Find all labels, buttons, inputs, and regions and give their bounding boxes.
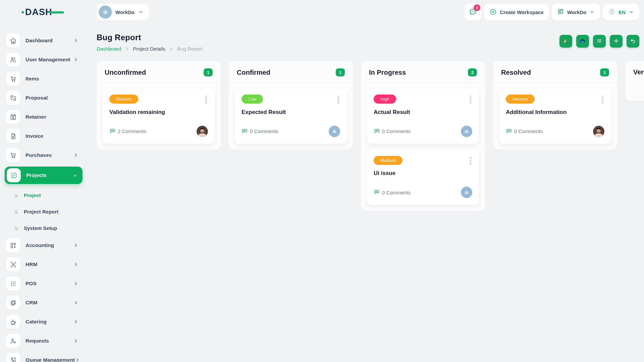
card-comments[interactable]: 0 Comments [374,189,411,196]
chevron-right-icon [75,357,80,362]
chevron-right-icon [73,319,78,324]
user-avatar[interactable] [197,126,208,137]
card-title: Actual Result [374,109,472,116]
card-footer: 0 Comments [241,126,340,137]
building-icon [99,6,112,18]
sidebar-item-hrm[interactable]: HRM [5,257,83,272]
sidebar-item-proposal[interactable]: Proposal [5,90,83,106]
chevron-down-icon [72,173,78,178]
sidebar-item-label: User Management [25,57,70,63]
task-card[interactable]: LowExpected Result0 Comments [235,88,347,144]
card-menu-button[interactable] [204,95,208,105]
card-menu-button[interactable] [601,95,605,105]
header-actions [559,35,639,48]
sidebar-item-projects[interactable]: Projects [5,167,83,184]
sidebar-item-pos[interactable]: POS [5,276,83,291]
priority-badge: High [374,95,396,104]
language-selector[interactable]: EN [603,4,639,20]
list-view-button[interactable] [593,35,606,48]
card-comments[interactable]: 0 Comments [374,128,411,135]
card-top-row: Low [241,95,340,105]
back-button[interactable] [627,35,639,48]
kanban-column-resolved: Resolved1MediumAdditional Information0 C… [493,61,617,150]
bullet-icon [15,227,18,230]
sidebar-item-dashboard[interactable]: Dashboard [5,33,83,48]
priority-badge: Medium [506,95,535,104]
create-workspace-button[interactable]: Create Workspace [484,4,549,20]
card-top-row: Medium [109,95,208,105]
card-footer: 0 Comments [506,126,604,137]
chevron-right-icon [73,153,78,158]
column-body: LowExpected Result0 Comments [229,82,353,150]
google-drive-button[interactable] [559,35,572,48]
sidebar-subitem-system-setup[interactable]: System Setup [5,221,83,235]
column-count-badge: 2 [468,68,477,76]
breadcrumb-project-details[interactable]: Project Details [133,46,165,52]
workspace-selector[interactable]: WorkDo [97,4,149,20]
column-header: In Progress2 [361,61,485,82]
user-avatar[interactable] [593,126,604,137]
sidebar-item-label: Projects [26,172,47,178]
sidebar-item-requests[interactable]: Requests [5,333,83,349]
breadcrumb-separator-icon [125,47,129,51]
card-comments[interactable]: 2 Comments [109,128,146,135]
card-menu-button[interactable] [336,95,340,105]
sidebar-item-crm[interactable]: CRM [5,295,83,310]
topbar: DASH WorkDo 0 Create Workspace [0,0,644,24]
card-comments[interactable]: 0 Comments [241,128,278,135]
sidebar-item-queue-management[interactable]: Queue Management [5,352,83,362]
bullet-icon [15,194,18,197]
breadcrumb-dashboard[interactable]: Dashboard [97,46,121,52]
cart-icon [6,72,20,86]
column-header: Confirmed1 [229,61,353,82]
workspace-logo-avatar[interactable] [329,126,340,137]
comments-count: 0 Comments [250,128,278,134]
brand-logo[interactable]: DASH [0,6,87,18]
task-card[interactable]: MediumUi issue0 Comments [367,150,479,205]
chevron-right-icon [73,262,78,267]
column-count-badge: 1 [204,68,213,76]
messages-button[interactable]: 0 [465,4,481,20]
card-menu-button[interactable] [469,156,473,166]
comments-count: 0 Comments [382,190,411,195]
sidebar-subitem-project-report[interactable]: Project Report [5,205,83,218]
onedrive-button[interactable] [576,35,589,48]
column-title: Unconfirmed [105,69,146,76]
language-code: EN [619,9,626,15]
card-comments[interactable]: 0 Comments [506,128,543,135]
workspace-menu-button[interactable]: WorkDo [552,4,600,20]
workspace-logo-avatar[interactable] [461,187,472,198]
chevron-down-icon [589,9,595,15]
chevron-down-icon [629,9,634,15]
sidebar-item-user-management[interactable]: User Management [5,52,83,67]
sidebar-item-catering[interactable]: Catering [5,314,83,329]
sidebar-subitem-project[interactable]: Project [5,188,83,202]
sidebar-item-items[interactable]: Items [5,71,83,86]
sidebar-item-label: Accounting [25,242,54,248]
task-card[interactable]: MediumAdditional Information0 Comments [499,88,611,144]
page-header: Bug Report DashboardProject DetailsBug R… [97,33,644,52]
phone-icon [6,353,20,362]
kanban-column-in-progress: In Progress2HighActual Result0 CommentsM… [361,61,485,211]
workspace-logo-avatar[interactable] [461,126,472,137]
dots-grid-icon [6,277,20,291]
task-card[interactable]: HighActual Result0 Comments [367,88,479,144]
chevron-right-icon [73,281,78,286]
bullet-icon [15,210,18,213]
task-card[interactable]: MediumValidation remaining2 Comments [103,88,215,144]
card-menu-button[interactable] [469,95,473,105]
sidebar-item-purchases[interactable]: Purchases [5,147,83,163]
column-title: Veri [633,68,644,76]
add-button[interactable] [610,35,623,48]
chevron-right-icon [73,38,78,43]
sidebar-item-label: POS [25,281,37,287]
sidebar-item-invoice[interactable]: Invoice [5,128,83,144]
sidebar-item-retainer[interactable]: Retainer [5,109,83,125]
card-top-row: High [374,95,472,105]
column-header: Resolved1 [493,61,617,82]
workspace-menu-label: WorkDo [567,9,586,15]
sidebar-subitem-label: Project [24,192,41,198]
sidebar-item-accounting[interactable]: Accounting [5,238,83,253]
breadcrumb-bug-report: Bug Report [177,46,203,52]
column-body: MediumAdditional Information0 Comments [493,82,617,150]
